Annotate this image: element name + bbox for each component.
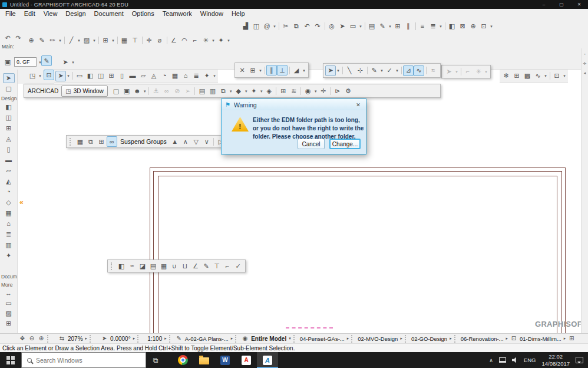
- skylight-tool-icon[interactable]: ◬: [3, 134, 15, 144]
- magic-wand-icon[interactable]: ✦: [216, 35, 226, 45]
- minimize-button[interactable]: –: [535, 0, 553, 9]
- rotation-angle-value[interactable]: 0.0000°: [110, 336, 131, 342]
- menu-teamwork[interactable]: Teamwork: [158, 9, 196, 18]
- tab-entire-model[interactable]: Entire Model: [251, 336, 286, 342]
- anchor-icon[interactable]: ⚓: [151, 86, 161, 96]
- zoom-arrow-icon[interactable]: ▸: [85, 336, 88, 341]
- text-tool-icon[interactable]: ▭: [3, 298, 15, 308]
- dropdown-icon[interactable]: ▾: [484, 67, 488, 77]
- tee-icon[interactable]: ⊤: [212, 261, 222, 271]
- network-icon[interactable]: [499, 357, 506, 363]
- tab-graphic-override[interactable]: 02-GO-Design: [411, 336, 447, 342]
- dropdown-icon[interactable]: ▾: [244, 86, 249, 96]
- angle-icon[interactable]: ∠: [169, 35, 179, 45]
- pan-icon[interactable]: ✥: [18, 334, 27, 343]
- pen-sets-icon[interactable]: ✎: [377, 21, 388, 31]
- menu-edit[interactable]: Edit: [20, 9, 39, 18]
- dropdown-icon[interactable]: ▾: [489, 21, 494, 31]
- marker-icon[interactable]: ✦: [249, 86, 259, 96]
- wave-icon[interactable]: ∿: [533, 71, 543, 81]
- marquee-tool-icon[interactable]: ▢: [3, 84, 15, 94]
- layout-book-icon[interactable]: ⧉: [218, 86, 229, 96]
- dropdown-icon[interactable]: ▾: [229, 86, 233, 96]
- dropdown-icon[interactable]: ▾: [226, 35, 231, 45]
- trace-reference-icon[interactable]: ⊡: [44, 70, 54, 80]
- send-to-back-icon[interactable]: ∨: [201, 136, 212, 147]
- ban-icon[interactable]: ⊘: [172, 86, 183, 96]
- bring-to-front-icon[interactable]: ▲: [170, 136, 180, 147]
- shell-tool-icon[interactable]: ◔: [159, 71, 170, 81]
- dropdown-icon[interactable]: ▾: [259, 86, 264, 96]
- object-tool-icon[interactable]: ✦: [201, 71, 212, 81]
- fit-in-window-icon[interactable]: ⊡: [478, 21, 489, 31]
- dropdown-icon[interactable]: ▾: [438, 21, 443, 31]
- curve-snap-icon[interactable]: ∿: [414, 65, 424, 76]
- rail-dot-icon[interactable]: ▫: [582, 51, 588, 57]
- perpendicular-icon[interactable]: ⊥: [277, 65, 288, 75]
- tab-penset[interactable]: 04-Penset-GAs-...: [300, 336, 345, 342]
- send-backward-icon[interactable]: ▽: [191, 136, 201, 147]
- arrow-default-icon[interactable]: ➤: [60, 57, 71, 67]
- text-style-icon[interactable]: ⊤: [130, 35, 140, 45]
- zone-tool-icon[interactable]: ⌂: [3, 219, 15, 229]
- dropdown-icon[interactable]: ▾: [38, 70, 42, 81]
- wall-tool-icon[interactable]: ◧: [3, 102, 15, 112]
- toolbar-grip[interactable]: [70, 138, 73, 146]
- find-select-icon[interactable]: ◎: [326, 21, 337, 31]
- settings-gear-icon[interactable]: ⚙: [343, 86, 354, 96]
- layers-icon[interactable]: ▤: [366, 21, 377, 31]
- dropdown-icon[interactable]: ▾: [211, 35, 216, 45]
- arc-icon[interactable]: ◠: [179, 35, 190, 45]
- cursor-icon[interactable]: ➤: [325, 65, 336, 76]
- dropdown-icon[interactable]: ▾: [58, 35, 62, 45]
- mesh-tool-icon[interactable]: ▦: [3, 208, 15, 218]
- cancel-button[interactable]: Cancel: [298, 139, 325, 149]
- window-tool-icon[interactable]: ⊞: [3, 123, 15, 133]
- tab-graphic-override-arrow-icon[interactable]: ▸: [450, 336, 452, 341]
- curtain-wall-tool-icon[interactable]: ▥: [3, 240, 15, 250]
- brick-icon[interactable]: ▤: [148, 261, 158, 271]
- menu-help[interactable]: Help: [227, 9, 249, 18]
- tab-entire-model-arrow-icon[interactable]: ▾: [289, 336, 291, 341]
- corner-grid-icon[interactable]: ⊞: [567, 334, 576, 343]
- chrome-taskbar-button[interactable]: [172, 352, 193, 368]
- tab-mvo-arrow-icon[interactable]: ▸: [400, 336, 402, 341]
- zone-tool-icon[interactable]: ⌂: [180, 71, 191, 81]
- arrow-tool-icon[interactable]: ➤: [55, 71, 66, 81]
- dropdown-icon[interactable]: ▾: [336, 65, 341, 76]
- group-icon[interactable]: ◧: [447, 21, 457, 31]
- plan-border-inner[interactable]: [158, 176, 557, 333]
- marquee-tool-icon[interactable]: ▭: [74, 71, 85, 81]
- box-3d-icon[interactable]: ▣: [121, 86, 132, 96]
- beam-tool-icon[interactable]: ▬: [127, 71, 138, 81]
- line-type-icon[interactable]: ╱: [66, 35, 77, 45]
- dropdown-icon[interactable]: ▾: [313, 86, 318, 96]
- mesh-tool-icon[interactable]: ▦: [170, 71, 180, 81]
- pen-icon[interactable]: ✎: [37, 35, 47, 45]
- tab-renovation[interactable]: 06-Renovation-...: [461, 336, 504, 342]
- menu-document[interactable]: Document: [90, 9, 128, 18]
- toolbar-grip[interactable]: [111, 262, 114, 270]
- dropdown-icon[interactable]: ▾: [379, 65, 384, 76]
- publisher-icon[interactable]: @: [262, 21, 272, 31]
- tab-mvo[interactable]: 02-MVO-Design: [358, 336, 398, 342]
- slab-tool-icon[interactable]: ▱: [3, 166, 15, 176]
- language-indicator[interactable]: ENG: [524, 357, 536, 363]
- archicad-taskbar-button[interactable]: A: [257, 352, 278, 368]
- suspend-groups-icon[interactable]: ∞: [107, 136, 117, 147]
- dialog-titlebar[interactable]: ⚑ Warning ✕: [222, 99, 366, 110]
- speaker-icon[interactable]: [512, 357, 518, 363]
- display-icon[interactable]: ⊡: [551, 71, 562, 81]
- dropdown-icon[interactable]: ▾: [111, 35, 115, 45]
- diameter-icon[interactable]: ⌀: [154, 35, 165, 45]
- start-button[interactable]: [0, 352, 21, 368]
- publish-icon[interactable]: ⊞: [278, 86, 289, 96]
- snowflake-icon[interactable]: ❄: [501, 71, 511, 81]
- dimension-standard-icon[interactable]: ⊡: [509, 334, 518, 343]
- door-tool-icon[interactable]: ◫: [3, 113, 15, 123]
- link-icon[interactable]: ∞: [161, 86, 172, 96]
- slab-tool-icon[interactable]: ▱: [138, 71, 148, 81]
- grid-snap-icon[interactable]: ⊞: [247, 65, 258, 75]
- dropdown-icon[interactable]: ▾: [454, 67, 459, 77]
- menu-options[interactable]: Options: [128, 9, 158, 18]
